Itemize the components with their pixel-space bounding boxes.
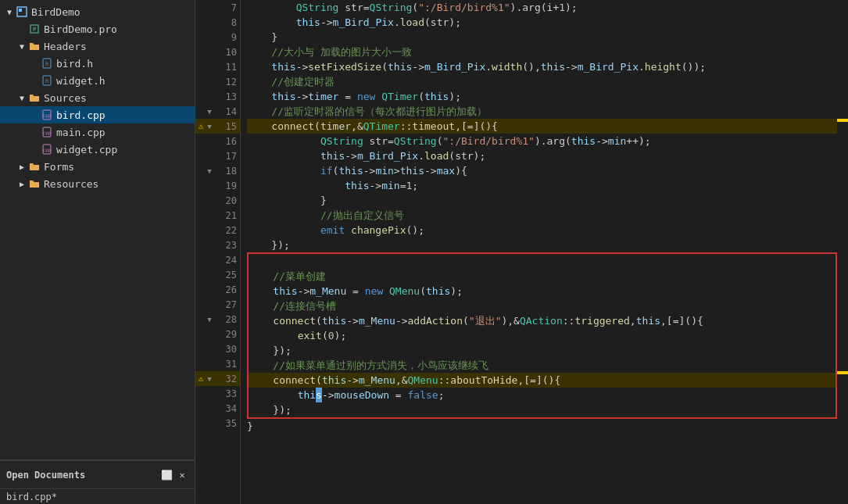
code-line-24 [249,254,835,269]
line-num-28: 28 [213,314,240,325]
svg-text:cpp: cpp [43,130,52,136]
label-widget-h: widget.h [56,75,106,87]
line-num-21: 21 [213,210,240,221]
code-line-19: this->min=1; [247,178,837,193]
code-line-11: this->setFixedSize(this->m_Bird_Pix.widt… [247,59,837,74]
tree-item-main-cpp[interactable]: ▶ cpp main.cpp [0,123,195,141]
line-num-25: 25 [213,270,240,281]
code-line-21: //抛出自定义信号 [247,208,837,223]
arrow-forms[interactable]: ▶ [16,160,28,173]
panel-icon-close[interactable]: ✕ [176,469,188,481]
line-num-11: 11 [213,62,240,73]
tree-item-resources[interactable]: ▶ Resources [0,175,195,192]
code-line-25: //菜单创建 [249,269,835,284]
label-bird-h: bird.h [56,58,93,70]
line-num-9: 9 [213,32,240,43]
project-icon [16,5,28,18]
label-main-cpp: main.cpp [56,127,106,138]
code-line-31: //如果菜单通过别的方式消失，小鸟应该继续飞 [249,358,835,373]
tree-item-forms[interactable]: ▶ Forms [0,158,195,175]
line-num-16: 16 [213,136,240,147]
file-tree[interactable]: ▼ BirdDemo ▶ P BirdDemo.pro ▼ [0,0,195,459]
label-birddemo-pro: BirdDemo.pro [44,23,117,35]
code-line-35: } [247,419,837,434]
line-num-26: 26 [213,284,240,295]
folder-resources-icon [28,177,41,190]
label-sources: Sources [44,92,87,104]
scrollbar[interactable] [837,0,848,504]
line-num-14: 14 [213,106,240,117]
pro-icon: P [28,23,41,35]
line-num-32: 32 [213,374,240,384]
code-line-10: //大小与 加载的图片大小一致 [247,45,837,59]
sidebar: ▼ BirdDemo ▶ P BirdDemo.pro ▼ [0,0,195,504]
code-line-29: exit(0); [249,328,835,343]
code-line-30: }); [249,343,835,358]
line-num-15: 15 [213,121,240,132]
code-line-16: QString str=QString(":/Bird/bird%1").arg… [247,134,837,148]
main-layout: ▼ BirdDemo ▶ P BirdDemo.pro ▼ [0,0,848,504]
code-line-18: if(this->min>this->max){ [247,163,837,178]
code-line-17: this->m_Bird_Pix.load(str); [247,148,837,163]
cpp-icon-widget: cpp [41,143,53,155]
label-widget-cpp: widget.cpp [56,144,117,155]
cpp-icon-main: cpp [41,126,53,138]
svg-rect-1 [19,9,22,12]
open-file-name[interactable]: bird.cpp* [0,488,195,504]
tree-item-widget-h[interactable]: ▶ h widget.h [0,72,195,89]
tree-item-birddemo[interactable]: ▼ BirdDemo [0,3,195,20]
code-line-22: emit changePix(); [247,223,837,238]
tree-item-bird-cpp[interactable]: ▶ cpp bird.cpp [0,106,195,123]
folder-headers-icon [28,40,41,52]
label-birddemo: BirdDemo [31,6,81,18]
header-icon-bird: h [41,57,53,70]
label-headers: Headers [44,41,87,52]
code-line-33: this->mouseDown = false; [249,388,835,402]
code-line-27: //连接信号槽 [249,298,835,313]
label-bird-cpp: bird.cpp [56,109,106,121]
svg-text:h: h [45,78,48,84]
code-line-13: this->timer = new QTimer(this); [247,89,837,104]
code-line-14: //监听定时器的信号（每次都进行图片的加载） [247,104,837,119]
folder-sources-icon [28,91,41,104]
code-line-7: QString str=QString(":/Bird/bird%1").arg… [247,0,837,15]
tree-item-sources[interactable]: ▼ Sources [0,89,195,106]
folder-forms-icon [28,160,41,173]
label-resources: Resources [44,178,98,190]
line-num-33: 33 [213,388,240,399]
tree-item-bird-h[interactable]: ▶ h bird.h [0,55,195,72]
line-num-7: 7 [213,2,240,13]
line-num-23: 23 [213,240,240,251]
code-line-23: }); [247,238,837,252]
panel-icon-split[interactable]: ⬜ [160,469,173,481]
open-documents-label: Open Documents [6,470,85,481]
line-num-24: 24 [213,255,240,266]
arrow-headers[interactable]: ▼ [16,40,28,52]
arrow-resources[interactable]: ▶ [16,177,28,190]
line-num-22: 22 [213,225,240,236]
svg-text:cpp: cpp [43,147,52,153]
code-line-34: }); [249,402,835,417]
code-container[interactable]: 7 8 9 10 [195,0,848,504]
warning-indicator-15 [837,119,848,122]
code-scroll-area[interactable]: QString str=QString(":/Bird/bird%1").arg… [241,0,837,504]
panel-icons: ⬜ ✕ [160,469,188,481]
arrow-sources[interactable]: ▼ [16,91,28,104]
line-num-17: 17 [213,151,240,162]
code-line-28: connect(this->m_Menu->addAction("退出"),&Q… [249,313,835,328]
tree-item-headers[interactable]: ▼ Headers [0,38,195,55]
tree-item-birddemo-pro[interactable]: ▶ P BirdDemo.pro [0,20,195,38]
line-num-35: 35 [213,418,240,429]
line-num-18: 18 [213,166,240,177]
code-line-8: this->m_Bird_Pix.load(str); [247,15,837,30]
arrow-birddemo[interactable]: ▼ [3,5,16,18]
open-documents-panel: Open Documents ⬜ ✕ [0,460,195,488]
code-line-9: } [247,30,837,45]
svg-text:cpp: cpp [43,113,52,119]
line-num-10: 10 [213,47,240,58]
line-num-20: 20 [213,195,240,206]
line-num-34: 34 [213,403,240,414]
editor-area: 7 8 9 10 [195,0,848,504]
svg-text:h: h [45,61,48,67]
tree-item-widget-cpp[interactable]: ▶ cpp widget.cpp [0,141,195,158]
